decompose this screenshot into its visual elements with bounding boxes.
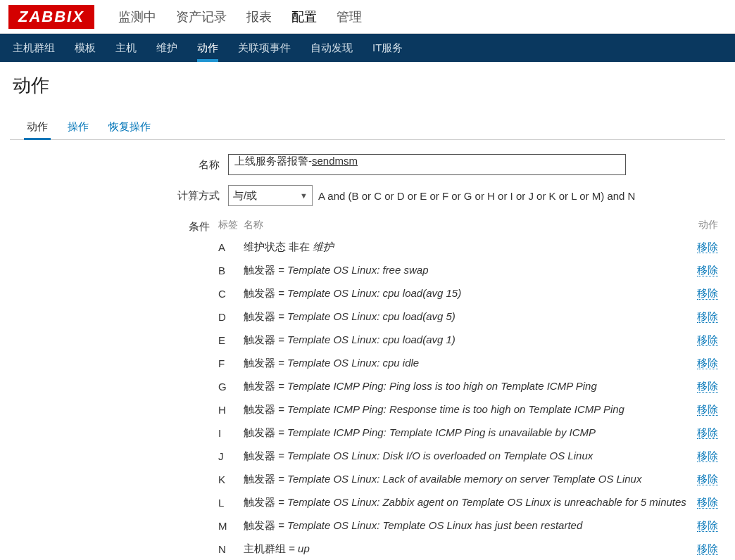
table-row: A维护状态 非在 维护移除 xyxy=(218,236,718,259)
table-row: I触发器 = Template ICMP Ping: Template ICMP… xyxy=(218,421,718,445)
cond-tag: E xyxy=(218,334,244,346)
name-label: 名称 xyxy=(17,154,228,172)
calc-expression: A and (B or C or D or E or F or G or H o… xyxy=(318,190,635,202)
cond-action: 移除 xyxy=(689,287,718,300)
cond-name: 触发器 = Template OS Linux: Template OS Lin… xyxy=(244,519,689,533)
subnav-item[interactable]: 维护 xyxy=(146,34,187,62)
cond-name: 触发器 = Template OS Linux: Zabbix agent on… xyxy=(244,496,689,509)
remove-link[interactable]: 移除 xyxy=(697,473,718,485)
logo: ZABBIX xyxy=(8,5,94,29)
cond-tag: L xyxy=(218,497,244,509)
cond-action: 移除 xyxy=(689,519,718,533)
conditions-table: 标签 名称 动作 A维护状态 非在 维护移除B触发器 = Template OS… xyxy=(218,216,718,560)
subnav-item[interactable]: 主机群组 xyxy=(3,34,65,62)
cond-name: 触发器 = Template OS Linux: Disk I/O is ove… xyxy=(244,450,689,463)
cond-tag: J xyxy=(218,450,244,462)
row-calc: 计算方式 与/或 ▼ A and (B or C or D or E or F … xyxy=(17,185,718,206)
topnav-item[interactable]: 管理 xyxy=(327,8,372,25)
subnav-item[interactable]: 动作 xyxy=(187,34,228,62)
remove-link[interactable]: 移除 xyxy=(697,519,718,532)
subnav-item[interactable]: 自动发现 xyxy=(301,34,363,62)
cond-tag: I xyxy=(218,427,244,439)
topnav-item[interactable]: 报表 xyxy=(237,8,282,25)
cond-name: 触发器 = Template ICMP Ping: Template ICMP … xyxy=(244,426,689,440)
cond-tag: C xyxy=(218,288,244,300)
cond-name: 触发器 = Template ICMP Ping: Ping loss is t… xyxy=(244,380,689,393)
page-title-wrap: 动作 xyxy=(0,62,735,113)
subnav-item[interactable]: 主机 xyxy=(106,34,146,62)
cond-header-name: 名称 xyxy=(244,219,689,231)
cond-action: 移除 xyxy=(689,496,718,509)
cond-tag: G xyxy=(218,381,244,393)
subnav-item[interactable]: IT服务 xyxy=(363,34,413,62)
cond-name: 触发器 = Template ICMP Ping: Response time … xyxy=(244,403,689,416)
chevron-down-icon: ▼ xyxy=(300,191,308,200)
table-row: N主机群组 = up移除 xyxy=(218,537,718,560)
remove-link[interactable]: 移除 xyxy=(697,426,718,439)
remove-link[interactable]: 移除 xyxy=(697,357,718,369)
table-row: D触发器 = Template OS Linux: cpu load(avg 5… xyxy=(218,305,718,329)
table-row: E触发器 = Template OS Linux: cpu load(avg 1… xyxy=(218,329,718,352)
remove-link[interactable]: 移除 xyxy=(697,496,718,509)
table-row: M触发器 = Template OS Linux: Template OS Li… xyxy=(218,514,718,537)
page-title: 动作 xyxy=(13,73,722,98)
name-input-text: sendmsm xyxy=(312,155,358,167)
cond-tag: H xyxy=(218,404,244,416)
row-conditions: 条件 标签 名称 动作 A维护状态 非在 维护移除B触发器 = Template… xyxy=(17,216,718,560)
calc-select[interactable]: 与/或 ▼ xyxy=(228,185,313,206)
remove-link[interactable]: 移除 xyxy=(697,450,718,462)
form-tab[interactable]: 恢复操作 xyxy=(99,113,161,139)
remove-link[interactable]: 移除 xyxy=(697,380,718,393)
cond-action: 移除 xyxy=(689,473,718,486)
cond-tag: A xyxy=(218,241,244,253)
topnav-item[interactable]: 资产记录 xyxy=(166,8,237,25)
cond-header-action: 动作 xyxy=(689,219,718,231)
cond-action: 移除 xyxy=(689,450,718,463)
cond-name: 触发器 = Template OS Linux: cpu load(avg 15… xyxy=(244,287,689,300)
cond-tag: D xyxy=(218,311,244,323)
remove-link[interactable]: 移除 xyxy=(697,310,718,323)
table-row: C触发器 = Template OS Linux: cpu load(avg 1… xyxy=(218,282,718,305)
calc-select-value: 与/或 xyxy=(233,189,257,203)
table-row: G触发器 = Template ICMP Ping: Ping loss is … xyxy=(218,375,718,398)
row-name: 名称 上线服务器报警-sendmsm xyxy=(17,154,718,175)
subnav-item[interactable]: 模板 xyxy=(65,34,106,62)
cond-name: 维护状态 非在 维护 xyxy=(244,241,689,254)
cond-tag: B xyxy=(218,265,244,276)
cond-name: 触发器 = Template OS Linux: cpu idle xyxy=(244,357,689,370)
cond-tag: M xyxy=(218,520,244,532)
table-row: H触发器 = Template ICMP Ping: Response time… xyxy=(218,398,718,421)
form-panel: 动作操作恢复操作 名称 上线服务器报警-sendmsm 计算方式 与/或 ▼ A… xyxy=(10,113,725,560)
cond-action: 移除 xyxy=(689,333,718,347)
table-row: B触发器 = Template OS Linux: free swap移除 xyxy=(218,259,718,282)
table-row: L触发器 = Template OS Linux: Zabbix agent o… xyxy=(218,491,718,514)
topnav-item[interactable]: 监测中 xyxy=(108,8,166,25)
cond-action: 移除 xyxy=(689,403,718,416)
cond-name: 触发器 = Template OS Linux: free swap xyxy=(244,264,689,277)
form-tabs: 动作操作恢复操作 xyxy=(10,113,725,140)
remove-link[interactable]: 移除 xyxy=(697,403,718,416)
remove-link[interactable]: 移除 xyxy=(697,333,718,346)
form-tab[interactable]: 操作 xyxy=(58,113,99,139)
top-nav: 监测中资产记录报表配置管理 xyxy=(108,8,372,25)
form-tab[interactable]: 动作 xyxy=(17,113,58,139)
name-input[interactable]: 上线服务器报警-sendmsm xyxy=(228,154,626,175)
remove-link[interactable]: 移除 xyxy=(697,287,718,300)
remove-link[interactable]: 移除 xyxy=(697,264,718,276)
name-input-text: 上线服务器报警- xyxy=(234,155,312,167)
cond-action: 移除 xyxy=(689,357,718,370)
cond-tag: N xyxy=(218,543,244,555)
cond-name: 触发器 = Template OS Linux: Lack of availab… xyxy=(244,473,689,486)
calc-label: 计算方式 xyxy=(17,185,228,203)
topnav-item[interactable]: 配置 xyxy=(282,8,327,25)
cond-name: 触发器 = Template OS Linux: cpu load(avg 5) xyxy=(244,310,689,324)
cond-name: 触发器 = Template OS Linux: cpu load(avg 1) xyxy=(244,333,689,347)
cond-action: 移除 xyxy=(689,542,718,556)
sub-nav: 主机群组模板主机维护动作关联项事件自动发现IT服务 xyxy=(0,34,735,62)
remove-link[interactable]: 移除 xyxy=(697,542,718,555)
subnav-item[interactable]: 关联项事件 xyxy=(228,34,301,62)
remove-link[interactable]: 移除 xyxy=(697,241,718,253)
cond-name: 主机群组 = up xyxy=(244,542,689,556)
top-bar: ZABBIX 监测中资产记录报表配置管理 xyxy=(0,0,735,34)
form-body: 名称 上线服务器报警-sendmsm 计算方式 与/或 ▼ A and (B o… xyxy=(10,140,725,560)
